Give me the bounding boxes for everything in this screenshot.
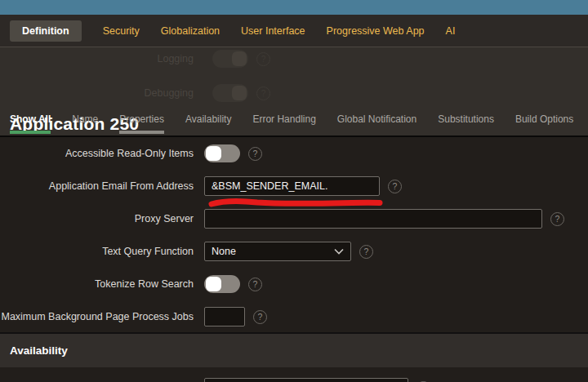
tab-security[interactable]: Security xyxy=(103,25,140,37)
selected-value: None xyxy=(212,246,236,257)
chevron-down-icon xyxy=(334,248,344,255)
subtab-build-options[interactable]: Build Options xyxy=(515,113,573,135)
app-builder-page: Definition Security Globalization User I… xyxy=(0,0,588,382)
field-label: Maximum Background Page Process Jobs xyxy=(0,311,204,322)
subtab-show-all[interactable]: Show All xyxy=(10,113,51,135)
ghost-row-logging: Logging ? xyxy=(0,50,278,68)
availability-section-body: Status Available With Developer Toolbar … xyxy=(0,367,588,382)
section-title: Availability xyxy=(10,344,68,357)
help-icon[interactable]: ? xyxy=(248,278,262,291)
field-label: Text Query Function xyxy=(0,246,204,257)
ghost-label: Debugging xyxy=(0,87,204,99)
tokenize-row-search-toggle[interactable] xyxy=(204,275,240,293)
toggle-knob xyxy=(206,146,221,161)
properties-form: Accessible Read-Only Items ? Application… xyxy=(0,137,588,333)
field-label: Accessible Read-Only Items xyxy=(0,148,204,159)
subtab-global-notification[interactable]: Global Notification xyxy=(337,113,416,135)
tab-user-interface[interactable]: User Interface xyxy=(241,25,305,37)
ghost-toggle xyxy=(212,84,248,102)
availability-section-header[interactable]: Availability xyxy=(0,332,588,367)
help-icon[interactable]: ? xyxy=(359,245,373,259)
ghost-row-debugging: Debugging ? xyxy=(0,84,278,102)
field-label: Proxy Server xyxy=(0,213,204,224)
ghost-help-icon: ? xyxy=(256,52,270,66)
field-application-email-from-address: Application Email From Address ? xyxy=(0,170,588,202)
tab-definition[interactable]: Definition xyxy=(10,20,82,42)
field-label: Application Email From Address xyxy=(0,180,204,192)
tab-ai[interactable]: AI xyxy=(446,25,456,37)
application-email-from-address-input[interactable] xyxy=(204,176,380,196)
field-tokenize-row-search: Tokenize Row Search ? xyxy=(0,268,588,300)
toggle-knob xyxy=(206,277,221,291)
help-icon[interactable]: ? xyxy=(550,212,564,226)
subtab-properties[interactable]: Properties xyxy=(119,113,164,135)
tab-progressive-web-app[interactable]: Progressive Web App xyxy=(327,25,425,37)
tab-globalization[interactable]: Globalization xyxy=(161,25,220,37)
field-accessible-read-only-items: Accessible Read-Only Items ? xyxy=(0,137,588,170)
region-subtabs: Show All Name Properties Availability Er… xyxy=(0,113,588,135)
accessible-read-only-items-toggle[interactable] xyxy=(204,144,240,162)
subtab-name[interactable]: Name xyxy=(72,113,98,135)
subtab-availability[interactable]: Availability xyxy=(185,113,231,135)
field-label: Tokenize Row Search xyxy=(0,278,204,290)
field-maximum-background-page-process-jobs: Maximum Background Page Process Jobs ? xyxy=(0,300,588,333)
field-proxy-server: Proxy Server ? xyxy=(0,202,588,235)
text-query-function-select[interactable]: None xyxy=(204,242,351,261)
subtab-substitutions[interactable]: Substitutions xyxy=(438,113,494,135)
subtab-error-handling[interactable]: Error Handling xyxy=(252,113,315,135)
top-blue-bar xyxy=(0,0,588,15)
sticky-header: Logging ? Debugging ? Application 250 Sh… xyxy=(0,47,588,135)
app-tab-bar: Definition Security Globalization User I… xyxy=(0,15,588,47)
maximum-background-page-process-jobs-input[interactable] xyxy=(204,307,245,326)
help-icon[interactable]: ? xyxy=(388,180,402,193)
help-icon[interactable]: ? xyxy=(253,310,267,324)
ghost-toggle xyxy=(212,50,248,68)
status-select[interactable]: Available With Developer Toolbar xyxy=(204,378,408,382)
proxy-server-input[interactable] xyxy=(204,209,542,229)
field-text-query-function: Text Query Function None ? xyxy=(0,235,588,268)
ghost-help-icon: ? xyxy=(256,87,270,100)
field-status: Status Available With Developer Toolbar … xyxy=(0,371,588,382)
ghost-label: Logging xyxy=(0,53,204,64)
help-icon[interactable]: ? xyxy=(248,147,262,161)
